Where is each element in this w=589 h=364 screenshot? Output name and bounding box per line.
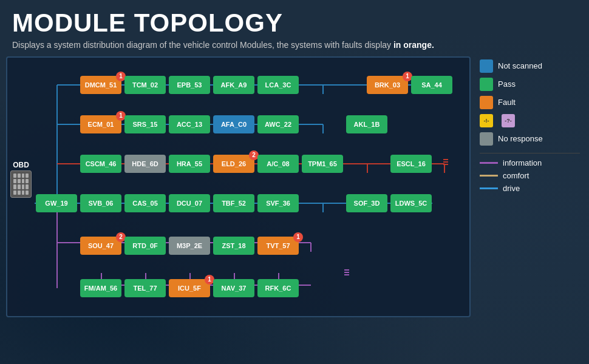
legend: Not scanned Pass Fault -!- -?- No respon…	[477, 56, 583, 317]
legend-pass: Pass	[480, 78, 580, 91]
obd-label: OBD	[10, 161, 32, 169]
legend-exclaim-pair: -!- -?-	[480, 114, 515, 127]
page-description: Displays a system distribution diagram o…	[12, 39, 577, 52]
exclaim-color: -!-	[480, 114, 493, 127]
module-FM_AM_56[interactable]: FM/AM_56	[80, 279, 121, 297]
module-TEL_77[interactable]: TEL_77	[124, 279, 166, 297]
module-SRS_15[interactable]: SRS_15	[124, 115, 166, 133]
module-LCA_3C[interactable]: LCA_3C	[257, 76, 299, 94]
no-response-label: No response	[498, 134, 543, 143]
module-DMCM_51[interactable]: DMCM_511	[80, 76, 121, 94]
information-line	[480, 162, 498, 164]
module-ELD_26[interactable]: ELD_262	[213, 155, 254, 173]
module-TVT_57[interactable]: TVT_571	[257, 237, 299, 255]
obd-connector	[10, 170, 32, 198]
module-TBF_52[interactable]: TBF_52	[213, 194, 254, 212]
drive-line	[480, 187, 498, 189]
module-AWC_22[interactable]: AWC_22	[257, 115, 299, 133]
module-CSCM_46[interactable]: CSCM_46	[80, 155, 121, 173]
module-ECM_01[interactable]: ECM_011	[80, 115, 121, 133]
module-TPM1_65[interactable]: TPM1_65	[302, 155, 343, 173]
topology-lines	[7, 58, 469, 316]
content-area: OBD DMCM_511 TCM_02 EPB_53 AFK_A9 LCA_3C…	[0, 56, 589, 317]
comfort-label: comfort	[503, 171, 529, 180]
module-RTD_0F[interactable]: RTD_0F	[124, 237, 166, 255]
module-ACC_13[interactable]: ACC_13	[169, 115, 210, 133]
module-A_C_08[interactable]: A/C_08	[257, 155, 299, 173]
module-BRK_03[interactable]: BRK_031	[367, 76, 408, 94]
legend-drive: drive	[480, 184, 580, 193]
module-HRA_55[interactable]: HRA_55	[169, 155, 210, 173]
module-EPB_53[interactable]: EPB_53	[169, 76, 210, 94]
fault-label: Fault	[498, 98, 516, 107]
comfort-line	[480, 175, 498, 177]
module-SA_44[interactable]: SA_44	[411, 76, 452, 94]
legend-not-scanned: Not scanned	[480, 59, 580, 73]
module-ESCL_16[interactable]: ESCL_16	[390, 155, 432, 173]
pass-label: Pass	[498, 79, 516, 89]
module-AKL_1B[interactable]: AKL_1B	[346, 115, 387, 133]
header: MODULE TOPOLOGY Displays a system distri…	[0, 0, 589, 56]
legend-comfort: comfort	[480, 171, 580, 180]
legend-small-items: -!- -?-	[480, 114, 580, 127]
module-LDWS_5C[interactable]: LDWS_5C	[390, 194, 432, 212]
information-label: information	[503, 158, 542, 167]
module-HDE_6D[interactable]: HDE_6D	[124, 155, 166, 173]
module-ZST_18[interactable]: ZST_18	[213, 237, 254, 255]
module-DCU_07[interactable]: DCU_07	[169, 194, 210, 212]
module-RFK_6C[interactable]: RFK_6C	[257, 279, 299, 297]
fault-color	[480, 96, 493, 109]
pass-color	[480, 78, 493, 91]
module-TCM_02[interactable]: TCM_02	[124, 76, 166, 94]
module-NAV_37[interactable]: NAV_37	[213, 279, 254, 297]
legend-fault: Fault	[480, 96, 580, 109]
legend-information: information	[480, 158, 580, 167]
page-title: MODULE TOPOLOGY	[12, 9, 577, 37]
module-AFK_A9[interactable]: AFK_A9	[213, 76, 254, 94]
drive-label: drive	[503, 184, 520, 193]
module-SOF_3D[interactable]: SOF_3D	[346, 194, 387, 212]
module-CAS_05[interactable]: CAS_05	[124, 194, 166, 212]
module-SVB_06[interactable]: SVB_06	[80, 194, 121, 212]
legend-divider	[480, 153, 580, 153]
not-scanned-color	[480, 59, 493, 73]
module-ICU_5F[interactable]: ICU_5F1	[169, 279, 210, 297]
module-AFA_C0[interactable]: AFA_C0	[213, 115, 254, 133]
not-scanned-label: Not scanned	[498, 61, 542, 70]
module-M3P_2E[interactable]: M3P_2E	[169, 237, 210, 255]
question-color: -?-	[502, 114, 515, 127]
module-SVF_36[interactable]: SVF_36	[257, 194, 299, 212]
module-SOU_47[interactable]: SOU_472	[80, 237, 121, 255]
obd-area: OBD	[10, 161, 32, 198]
no-response-color	[480, 132, 493, 146]
legend-no-response: No response	[480, 132, 580, 146]
topology-diagram: OBD DMCM_511 TCM_02 EPB_53 AFK_A9 LCA_3C…	[6, 56, 471, 317]
module-GW_19[interactable]: GW_19	[36, 194, 77, 212]
